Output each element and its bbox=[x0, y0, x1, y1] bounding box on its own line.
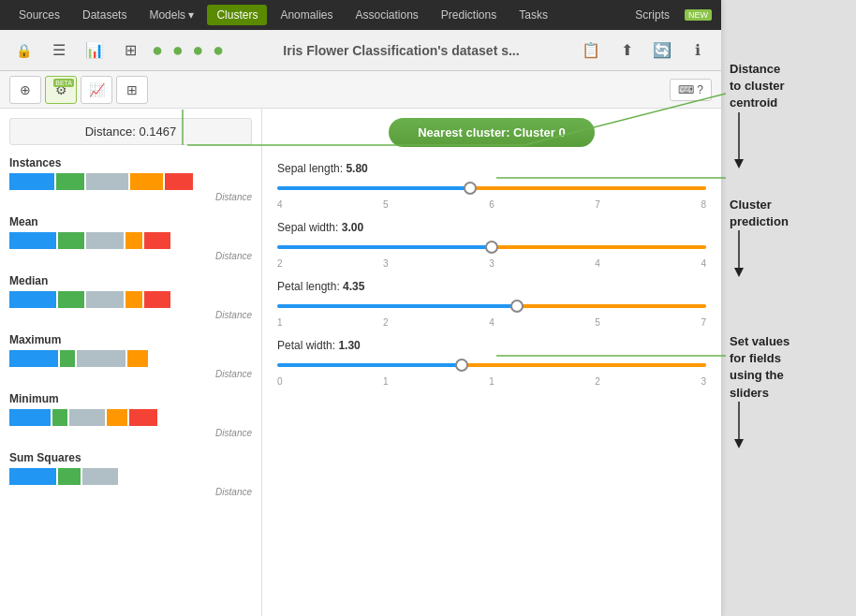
cluster-icon: ⊕ bbox=[20, 82, 31, 97]
cluster-icon-btn[interactable]: ⊕ bbox=[9, 76, 41, 104]
centroid-annotation: Distanceto clustercentroid bbox=[730, 61, 847, 169]
centroid-arrow bbox=[730, 112, 748, 169]
stat-mean: Mean Distance bbox=[9, 215, 252, 261]
stat-median: Median Distance bbox=[9, 274, 252, 320]
refresh-icon[interactable]: 🔄 bbox=[648, 37, 676, 65]
nearest-cluster-button[interactable]: Nearest cluster: Cluster 0 bbox=[389, 118, 595, 147]
main-window: Sources Datasets Models Clusters Anomali… bbox=[0, 0, 721, 616]
right-annotations: Distanceto clustercentroid Clusterpredic… bbox=[720, 51, 856, 486]
instances-bar-red bbox=[165, 173, 193, 190]
prediction-arrow bbox=[730, 230, 748, 277]
minimum-bar-gray bbox=[69, 409, 105, 426]
maximum-bar-green bbox=[60, 350, 75, 367]
petal-width-thumb[interactable] bbox=[455, 359, 468, 372]
median-label: Median bbox=[9, 274, 252, 287]
minimum-bar-green bbox=[52, 409, 67, 426]
nav-associations[interactable]: Associations bbox=[346, 5, 427, 25]
beta-badge: BETA bbox=[53, 79, 74, 87]
new-badge: NEW bbox=[685, 9, 712, 21]
sum-squares-bar-green bbox=[58, 468, 81, 485]
grid-icon: ⊞ bbox=[126, 82, 138, 97]
instances-label: Instances bbox=[9, 156, 252, 169]
maximum-bar-orange bbox=[127, 350, 148, 367]
minimum-bar-red bbox=[129, 409, 157, 426]
histogram-icon-btn[interactable]: 📈 bbox=[81, 76, 112, 104]
nav-datasets[interactable]: Datasets bbox=[73, 5, 136, 25]
minimum-distance-label: Distance bbox=[9, 428, 252, 438]
sub-toolbar: ⊕ BETA ⚙ 📈 ⊞ ⌨ ? bbox=[0, 71, 721, 109]
median-bar-red bbox=[144, 291, 170, 308]
nav-clusters[interactable]: Clusters bbox=[207, 5, 267, 25]
nav-anomalies[interactable]: Anomalies bbox=[271, 5, 342, 25]
median-bar-orange bbox=[125, 291, 142, 308]
settings-icon-btn[interactable]: BETA ⚙ bbox=[45, 76, 77, 104]
instances-bar-blue bbox=[9, 173, 54, 190]
instances-bars bbox=[9, 173, 252, 190]
instances-bar-gray bbox=[86, 173, 128, 190]
mean-bar-red bbox=[144, 232, 170, 249]
sliders-annotation-text: Set valuesfor fieldsusing thesliders bbox=[730, 333, 847, 402]
stat-instances: Instances Distance bbox=[9, 156, 252, 202]
sliders-arrow bbox=[730, 402, 748, 448]
main-content: Distance: 0.1467 Instances Distance bbox=[0, 109, 721, 616]
info-icon[interactable]: ℹ bbox=[684, 37, 712, 65]
maximum-bars bbox=[9, 350, 252, 367]
median-bar-gray bbox=[86, 291, 124, 308]
sepal-width-thumb[interactable] bbox=[485, 241, 498, 254]
sepal-length-thumb[interactable] bbox=[464, 182, 477, 195]
sepal-length-ticks: 45678 bbox=[277, 199, 706, 210]
app-wrapper: Sources Datasets Models Clusters Anomali… bbox=[0, 0, 856, 616]
field-petal-width: Petal width: 1.30 01123 bbox=[277, 339, 706, 387]
mean-bar-orange bbox=[125, 232, 142, 249]
median-bar-blue bbox=[9, 291, 56, 308]
nav-right: Scripts NEW bbox=[626, 5, 712, 25]
svg-marker-1 bbox=[734, 159, 744, 169]
distance-header: Distance: 0.1467 bbox=[9, 118, 252, 145]
maximum-label: Maximum bbox=[9, 333, 252, 346]
sum-squares-label: Sum Squares bbox=[9, 451, 252, 464]
nav-predictions[interactable]: Predictions bbox=[432, 5, 506, 25]
upload-icon[interactable]: ⬆ bbox=[612, 37, 641, 65]
mean-bar-blue bbox=[9, 232, 56, 249]
stat-minimum: Minimum Distance bbox=[9, 392, 252, 438]
sum-squares-bar-gray bbox=[82, 468, 118, 485]
prediction-annotation: Clusterprediction bbox=[730, 197, 847, 277]
nav-tasks[interactable]: Tasks bbox=[509, 5, 557, 25]
top-nav: Sources Datasets Models Clusters Anomali… bbox=[0, 0, 721, 30]
left-panel: Distance: 0.1467 Instances Distance bbox=[0, 109, 262, 616]
keyboard-btn[interactable]: ⌨ ? bbox=[670, 79, 712, 101]
instances-distance-label: Distance bbox=[9, 192, 252, 202]
mean-label: Mean bbox=[9, 215, 252, 228]
nav-scripts[interactable]: Scripts bbox=[626, 5, 679, 25]
nav-sources[interactable]: Sources bbox=[9, 5, 69, 25]
petal-length-thumb[interactable] bbox=[510, 300, 524, 313]
toolbar: 🔒 ☰ 📊 ⊞ ● ● ● ● Iris Flower Classificati… bbox=[0, 30, 721, 71]
maximum-distance-label: Distance bbox=[9, 369, 252, 379]
median-bars bbox=[9, 291, 252, 308]
median-distance-label: Distance bbox=[9, 310, 252, 320]
minimum-bar-orange bbox=[107, 409, 127, 426]
instances-bar-green bbox=[56, 173, 84, 190]
field-sepal-length: Sepal length: 5.80 45678 bbox=[277, 162, 706, 210]
progress-dots: ● ● ● ● bbox=[152, 39, 226, 61]
nav-models[interactable]: Models bbox=[140, 5, 203, 25]
page-title: Iris Flower Classification's dataset s..… bbox=[233, 43, 569, 58]
centroid-annotation-text: Distanceto clustercentroid bbox=[730, 61, 847, 112]
petal-length-ticks: 12457 bbox=[277, 317, 706, 328]
bar-chart-icon[interactable]: 📊 bbox=[81, 37, 109, 65]
prediction-annotation-text: Clusterprediction bbox=[730, 197, 847, 230]
right-panel: Nearest cluster: Cluster 0 Sepal length:… bbox=[262, 109, 721, 616]
stat-sum-squares: Sum Squares Distance bbox=[9, 451, 252, 497]
menu-icon[interactable]: ☰ bbox=[45, 37, 73, 65]
toolbar-right: 📋 ⬆ 🔄 ℹ bbox=[577, 37, 712, 65]
minimum-label: Minimum bbox=[9, 392, 252, 405]
stat-maximum: Maximum Distance bbox=[9, 333, 252, 379]
mean-bar-gray bbox=[86, 232, 124, 249]
petal-width-ticks: 01123 bbox=[277, 376, 706, 387]
histogram-icon: 📈 bbox=[89, 82, 105, 97]
table-icon[interactable]: ⊞ bbox=[116, 37, 144, 65]
mean-bar-green bbox=[58, 232, 84, 249]
clipboard-icon[interactable]: 📋 bbox=[577, 37, 605, 65]
petal-length-label: Petal length: 4.35 bbox=[277, 280, 706, 293]
grid-icon-btn[interactable]: ⊞ bbox=[116, 76, 148, 104]
